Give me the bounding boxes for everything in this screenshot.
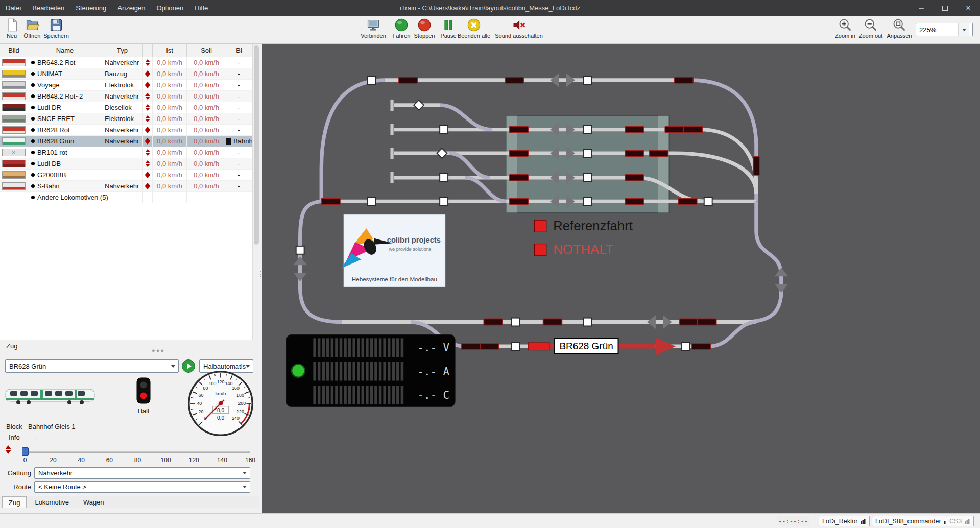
table-row[interactable]: UNIMATBauzug0,0 km/h0,0 km/h- xyxy=(0,68,252,80)
loco-thumbnail xyxy=(2,81,26,89)
direction-icon[interactable] xyxy=(145,93,150,100)
tab-wagen[interactable]: Wagen xyxy=(77,496,110,508)
menu-datei[interactable]: Datei xyxy=(0,0,27,16)
header-bild[interactable]: Bild xyxy=(0,44,28,57)
direction-icon[interactable] xyxy=(145,82,150,88)
zoom-level-dropdown-button[interactable] xyxy=(958,23,969,36)
device-status-icon xyxy=(860,518,866,524)
splitter-grip[interactable] xyxy=(260,271,261,277)
direction-arrow-icon[interactable] xyxy=(656,338,676,355)
direction-icon[interactable] xyxy=(145,127,150,133)
track-right-edge[interactable] xyxy=(743,201,781,322)
nothalt-control[interactable]: NOTHALT xyxy=(535,242,614,256)
loco-block: - xyxy=(238,92,240,100)
track-inner-right-curve[interactable] xyxy=(709,322,756,347)
left-panel: Bild Name Typ Ist Soll Bl BR648.2 RotNah… xyxy=(0,44,259,513)
header-block[interactable]: Bl xyxy=(226,44,252,57)
table-row[interactable]: S-BahnNahverkehr0,0 km/h0,0 km/h- xyxy=(0,181,252,192)
referenzfahrt-button[interactable] xyxy=(535,220,546,232)
splitter-handle[interactable]: ●●● xyxy=(152,347,165,353)
open-button[interactable]: Öffnen xyxy=(21,17,43,39)
direction-icon[interactable] xyxy=(145,172,150,178)
header-typ[interactable]: Typ xyxy=(102,44,143,57)
table-row[interactable]: SNCF FRETElektrolok0,0 km/h0,0 km/h- xyxy=(0,113,252,125)
zoom-in-button[interactable]: Zoom in xyxy=(832,17,858,39)
table-row[interactable]: BR628 RotNahverkehr0,0 km/h0,0 km/h- xyxy=(0,125,252,136)
save-button[interactable]: Speichern xyxy=(43,17,69,39)
new-button[interactable]: Neu xyxy=(2,17,21,39)
loco-speed-soll: 0,0 km/h xyxy=(187,147,226,158)
scrollbar-thumb[interactable] xyxy=(254,45,259,245)
table-row[interactable]: G2000BB0,0 km/h0,0 km/h- xyxy=(0,170,252,181)
route-select[interactable]: < Keine Route > xyxy=(34,481,250,493)
menu-hilfe[interactable]: Hilfe xyxy=(189,0,213,16)
menu-steuerung[interactable]: Steuerung xyxy=(70,0,112,16)
table-row[interactable]: Ludi DRDiesellok0,0 km/h0,0 km/h- xyxy=(0,102,252,113)
connect-button[interactable]: Verbinden xyxy=(357,17,390,39)
signal-label: Halt xyxy=(132,407,155,415)
track-left-edge[interactable] xyxy=(300,201,342,322)
direction-icon[interactable] xyxy=(145,70,150,77)
table-row[interactable]: BR628 GrünNahverkehr0,0 km/h0,0 km/hBahn… xyxy=(0,136,252,147)
header-soll[interactable]: Soll xyxy=(187,44,226,57)
tab-lokomotive[interactable]: Lokomotive xyxy=(29,496,75,508)
direction-icon[interactable] xyxy=(5,445,11,454)
active-block[interactable] xyxy=(528,343,549,350)
table-row[interactable]: BR648.2 Rot~2Nahverkehr0,0 km/h0,0 km/h- xyxy=(0,91,252,102)
minimize-button[interactable]: ─ xyxy=(910,0,933,16)
zoom-fit-button[interactable]: Anpassen xyxy=(885,17,914,39)
direction-icon[interactable] xyxy=(145,104,150,111)
speed-slider-track[interactable] xyxy=(25,451,250,453)
loco-block: - xyxy=(238,59,240,66)
train-position-label[interactable]: BR628 Grün xyxy=(555,338,618,354)
end-all-button[interactable]: Beenden alle xyxy=(454,17,494,39)
device-lodi-rektor[interactable]: LoDi_Rektor xyxy=(819,516,870,526)
train-select[interactable]: BR628 Grün xyxy=(5,359,179,373)
speed-slider-handle[interactable] xyxy=(22,447,29,456)
speedometer-gauge[interactable]: 020406080100120140160180200220240 km/h 0… xyxy=(186,369,255,438)
zoom-level-combobox[interactable] xyxy=(916,23,973,36)
table-scrollbar[interactable] xyxy=(252,44,259,340)
header-ist[interactable]: Ist xyxy=(153,44,187,57)
direction-icon[interactable] xyxy=(145,59,150,66)
direction-icon[interactable] xyxy=(145,183,150,189)
zoom-out-button[interactable]: Zoom out xyxy=(856,17,885,39)
table-row[interactable]: Andere Lokomotiven (5) xyxy=(0,192,252,203)
zoom-fit-label: Anpassen xyxy=(887,33,912,39)
signal-indicator[interactable] xyxy=(134,377,153,405)
table-row[interactable]: ✕BR101 rot0,0 km/h0,0 km/h- xyxy=(0,147,252,158)
table-row[interactable]: BR648.2 RotNahverkehr0,0 km/h0,0 km/h- xyxy=(0,57,252,68)
header-direction[interactable] xyxy=(143,44,153,57)
speed-slider-ticks: 020406080100120140160 xyxy=(0,457,259,465)
referenzfahrt-control[interactable]: Referenzfahrt xyxy=(535,219,633,233)
track-ladder-1[interactable] xyxy=(449,153,490,178)
zoom-fit-icon xyxy=(892,18,906,32)
table-row[interactable]: VoyageElektrolok0,0 km/h0,0 km/h- xyxy=(0,80,252,91)
close-button[interactable]: ✕ xyxy=(957,0,980,16)
device-cs3[interactable]: CS3 xyxy=(946,516,974,526)
direction-icon[interactable] xyxy=(145,138,150,145)
zoom-level-input[interactable] xyxy=(916,26,958,34)
gattung-select[interactable]: Nahverkehr xyxy=(34,467,250,479)
menu-bearbeiten[interactable]: Bearbeiten xyxy=(27,0,70,16)
nothalt-button[interactable] xyxy=(535,244,546,256)
track-top-left-curve[interactable] xyxy=(321,80,385,201)
menu-anzeigen[interactable]: Anzeigen xyxy=(112,0,151,16)
menu-optionen[interactable]: Optionen xyxy=(151,0,189,16)
table-row[interactable]: Ludi DB0,0 km/h0,0 km/h- xyxy=(0,158,252,170)
track-canvas[interactable]: BR628 Grün Referenzfahrt NOTHALT colibri… xyxy=(262,44,980,513)
direction-icon[interactable] xyxy=(145,160,150,167)
stop-button[interactable]: Stoppen xyxy=(412,17,437,39)
loco-speed-ist: 0,0 km/h xyxy=(153,181,187,191)
tab-zug[interactable]: Zug xyxy=(2,496,27,508)
track-top-right-curve[interactable] xyxy=(690,80,756,201)
maximize-button[interactable] xyxy=(933,0,957,16)
track-ladder-2[interactable] xyxy=(465,178,507,201)
device-lodi-s88[interactable]: LoDI_S88_commander xyxy=(872,516,953,526)
run-button[interactable]: Fahren xyxy=(390,17,413,39)
mute-sound-button[interactable]: Sound ausschalten xyxy=(490,17,547,39)
direction-icon[interactable] xyxy=(145,149,150,156)
loco-typ: Nahverkehr xyxy=(102,136,143,147)
header-name[interactable]: Name xyxy=(28,44,102,57)
direction-icon[interactable] xyxy=(145,115,150,122)
